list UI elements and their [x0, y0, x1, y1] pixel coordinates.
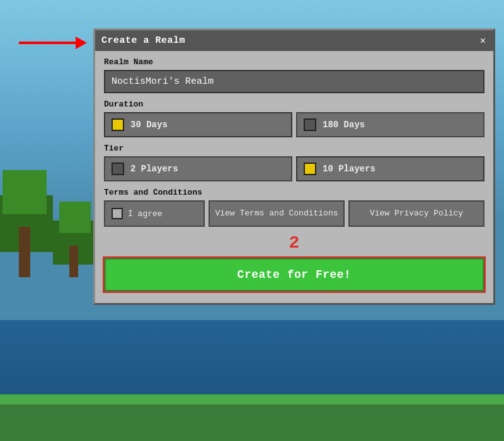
step-number: 2	[104, 233, 484, 253]
duration-30days-label: 30 Days	[130, 120, 168, 130]
agree-button[interactable]: I agree	[104, 200, 205, 227]
create-realm-dialog: Create a Realm × Realm Name Duration 30 …	[93, 28, 495, 305]
terms-row: I agree View Terms and Conditions View P…	[104, 200, 484, 227]
duration-label: Duration	[104, 100, 484, 109]
create-button-wrapper: Create for Free!	[104, 258, 484, 292]
duration-options: 30 Days 180 Days	[104, 112, 484, 137]
tier-10players-checkbox	[304, 163, 316, 175]
dialog-titlebar: Create a Realm ×	[95, 30, 493, 51]
tier-10players-button[interactable]: 10 Players	[296, 156, 484, 181]
arrow-line	[19, 42, 76, 44]
duration-30days-checkbox	[112, 118, 124, 131]
realm-name-label: Realm Name	[104, 57, 484, 67]
tier-options: 2 Players 10 Players	[104, 156, 484, 181]
dialog-body: Realm Name Duration 30 Days 180 Days Tie…	[95, 51, 493, 303]
tier-label: Tier	[104, 144, 484, 153]
create-button[interactable]: Create for Free!	[104, 258, 484, 292]
agree-label: I agree	[128, 209, 163, 219]
duration-180days-button[interactable]: 180 Days	[296, 112, 484, 137]
realm-name-input[interactable]	[104, 70, 484, 93]
terms-label: Terms and Conditions	[104, 188, 484, 197]
ground-strip2	[0, 394, 504, 404]
arrow-head	[76, 37, 87, 49]
duration-180days-label: 180 Days	[323, 120, 365, 130]
dialog-title: Create a Realm	[101, 35, 185, 46]
agree-checkbox[interactable]	[112, 208, 123, 219]
tier-2players-label: 2 Players	[130, 164, 178, 174]
ground-strip	[0, 403, 504, 441]
view-privacy-button[interactable]: View Privacy Policy	[348, 200, 484, 227]
tier-10players-label: 10 Players	[323, 164, 375, 174]
tier-2players-button[interactable]: 2 Players	[104, 156, 292, 181]
duration-30days-button[interactable]: 30 Days	[104, 112, 292, 137]
tier-2players-checkbox	[112, 163, 124, 175]
duration-180days-checkbox	[304, 118, 316, 131]
dialog-close-button[interactable]: ×	[479, 36, 487, 46]
view-terms-button[interactable]: View Terms and Conditions	[209, 200, 345, 227]
